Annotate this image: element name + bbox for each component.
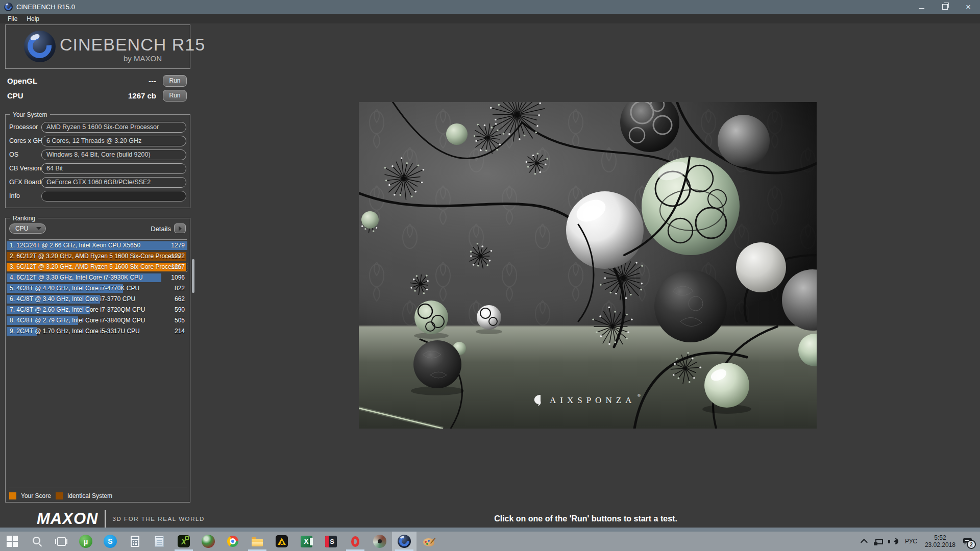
- taskbar-xnview[interactable]: [196, 532, 220, 551]
- menu-file[interactable]: File: [3, 15, 22, 22]
- taskbar-icons: µ S X A X S: [0, 532, 441, 551]
- taskbar-excel[interactable]: X: [294, 532, 318, 551]
- ranking-row-label: 6. 4C/8T @ 3.40 GHz, Intel Core i7-3770 …: [7, 295, 187, 304]
- logo-panel: CINEBENCH R15 by MAXON: [5, 24, 190, 69]
- taskbar-paint[interactable]: [416, 532, 441, 551]
- brand-byline: by MAXON: [124, 54, 162, 63]
- ranking-row-8[interactable]: 8. 4C/8T @ 2.79 GHz, Intel Core i7-3840Q…: [7, 316, 187, 325]
- green-glass-sphere: [642, 157, 740, 255]
- ranking-row-9[interactable]: 9. 2C/4T @ 1.70 GHz, Intel Core i5-3317U…: [7, 327, 187, 336]
- cpu-label: CPU: [7, 91, 23, 100]
- ranking-row-label: 5. 4C/8T @ 4.40 GHz, Intel Core i7-4770K…: [7, 284, 187, 293]
- aimp-icon: A: [276, 535, 288, 547]
- calculator-icon: [128, 535, 141, 548]
- taskbar-cinema4d[interactable]: [392, 532, 416, 551]
- system-row-os: OS Windows 8, 64 Bit, Core (build 9200): [6, 149, 190, 160]
- chevron-right-icon: [179, 226, 182, 231]
- your-score-swatch: [9, 492, 16, 499]
- divider: [9, 239, 187, 240]
- minimize-button[interactable]: [910, 0, 933, 14]
- search-icon: [30, 535, 43, 548]
- ranking-row-score: 1279: [171, 241, 185, 250]
- ranking-row-3[interactable]: 3. 6C/12T @ 3.20 GHz, AMD Ryzen 5 1600 S…: [7, 263, 187, 271]
- ranking-row-score: 662: [175, 295, 185, 304]
- ranking-row-7[interactable]: 7. 4C/8T @ 2.60 GHz, Intel Core i7-3720Q…: [7, 306, 187, 314]
- system-row-cores: Cores x GHz 6 Cores, 12 Threads @ 3.20 G…: [6, 136, 190, 146]
- tray-chevron-up-icon[interactable]: [861, 539, 868, 546]
- details-button[interactable]: [174, 223, 186, 233]
- identical-system-label: Identical System: [67, 492, 112, 499]
- ranking-filter-value: CPU: [15, 225, 28, 232]
- system-tray: РУС 5:52 23.02.2018: [863, 532, 980, 551]
- cinema4d-logo-icon: [24, 31, 56, 62]
- processor-field: AMD Ryzen 5 1600 Six-Core Processor: [41, 122, 186, 133]
- notification-badge: 2: [967, 540, 976, 549]
- network-icon[interactable]: [875, 539, 883, 544]
- ranking-list: 1. 12C/24T @ 2.66 GHz, Intel Xeon CPU X5…: [7, 241, 187, 338]
- system-row-cbversion: CB Version 64 Bit: [6, 163, 190, 174]
- task-view-button[interactable]: [49, 532, 74, 551]
- cpu-score: 1267 cb: [128, 91, 156, 100]
- ranking-row-label: 2. 6C/12T @ 3.20 GHz, AMD Ryzen 5 1600 S…: [7, 252, 187, 261]
- taskbar-aimp[interactable]: A: [270, 532, 294, 551]
- ranking-title: Ranking: [10, 215, 38, 222]
- white-glossy-sphere: [566, 191, 644, 269]
- opengl-run-button[interactable]: Run: [163, 75, 187, 87]
- restore-button[interactable]: [933, 0, 957, 14]
- ranking-row-label: 8. 4C/8T @ 2.79 GHz, Intel Core i7-3840Q…: [7, 316, 187, 325]
- notepad-icon: [153, 535, 166, 548]
- taskbar-explorer[interactable]: [245, 532, 270, 551]
- cpu-run-button[interactable]: Run: [163, 90, 187, 102]
- window-bottom-strip: [0, 528, 980, 532]
- clock[interactable]: 5:52 23.02.2018: [925, 534, 955, 548]
- folder-icon: [251, 535, 264, 548]
- pale-sphere: [736, 242, 786, 292]
- taskbar-calculator[interactable]: [122, 532, 147, 551]
- taskbar-s-app[interactable]: S: [318, 532, 343, 551]
- taskbar-acdsee[interactable]: X: [172, 532, 196, 551]
- xnview-icon: [202, 535, 215, 548]
- menu-help[interactable]: Help: [22, 15, 44, 22]
- app-icon: [4, 3, 13, 11]
- speaker-icon[interactable]: [894, 539, 897, 544]
- language-indicator[interactable]: РУС: [905, 538, 917, 545]
- metal-sphere: [718, 115, 770, 167]
- ranking-row-label: 9. 2C/4T @ 1.70 GHz, Intel Core i5-3317U…: [7, 327, 187, 336]
- cores-field: 6 Cores, 12 Threads @ 3.20 GHz: [41, 136, 186, 146]
- info-field[interactable]: [41, 191, 186, 202]
- opengl-score: ---: [149, 77, 156, 85]
- maxon-footer: MAXON 3D FOR THE REAL WORLD: [37, 510, 205, 528]
- ranking-row-score: 1096: [171, 273, 185, 282]
- taskbar-chrome[interactable]: [220, 532, 245, 551]
- opera-icon: [349, 535, 362, 548]
- ranking-filter-dropdown[interactable]: CPU: [9, 223, 46, 234]
- ranking-row-score: 505: [175, 316, 185, 325]
- utorrent-icon: µ: [79, 535, 92, 548]
- opengl-label: OpenGL: [7, 77, 37, 85]
- close-button[interactable]: ×: [957, 0, 980, 14]
- taskbar-opera[interactable]: [343, 532, 368, 551]
- ranking-row-4[interactable]: 4. 6C/12T @ 3.30 GHz, Intel Core i7-3930…: [7, 273, 187, 282]
- opengl-test-row: OpenGL --- Run: [5, 74, 189, 87]
- field-label: Cores x GHz: [9, 136, 46, 146]
- your-score-label: Your Score: [21, 492, 51, 499]
- taskbar-media-player[interactable]: [368, 532, 392, 551]
- taskbar-search[interactable]: [24, 532, 49, 551]
- tray-time: 5:52: [925, 534, 955, 541]
- media-player-icon: [373, 535, 386, 548]
- registered-mark: ®: [638, 393, 641, 398]
- ranking-scrollbar-thumb[interactable]: [192, 259, 194, 293]
- ranking-row-score: 1267: [171, 263, 185, 271]
- render-preview: AIXSPONZA ®: [359, 102, 817, 429]
- ranking-row-1[interactable]: 1. 12C/24T @ 2.66 GHz, Intel Xeon CPU X5…: [7, 241, 187, 250]
- ranking-row-2[interactable]: 2. 6C/12T @ 3.20 GHz, AMD Ryzen 5 1600 S…: [7, 252, 187, 261]
- ranking-row-6[interactable]: 6. 4C/8T @ 3.40 GHz, Intel Core i7-3770 …: [7, 295, 187, 304]
- ranking-row-5[interactable]: 5. 4C/8T @ 4.40 GHz, Intel Core i7-4770K…: [7, 284, 187, 293]
- divider: [9, 488, 187, 488]
- taskbar-skype[interactable]: S: [98, 532, 122, 551]
- taskbar-notepad[interactable]: [147, 532, 172, 551]
- taskbar-utorrent[interactable]: µ: [74, 532, 98, 551]
- start-button[interactable]: [0, 532, 24, 551]
- small-green-sphere: [446, 123, 468, 145]
- ranking-row-score: 1272: [171, 252, 185, 261]
